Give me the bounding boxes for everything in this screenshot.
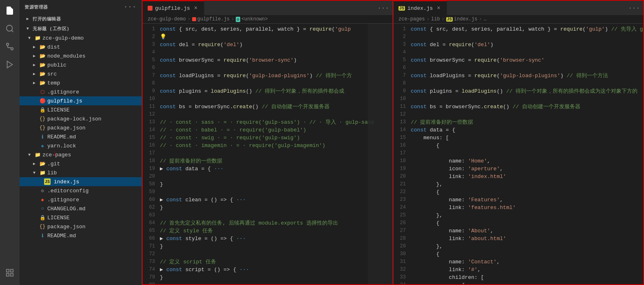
left-breadcrumb-sep2: › <box>231 16 234 22</box>
files-icon[interactable] <box>2 3 17 18</box>
open-editors-section[interactable]: ▶ 打开的编辑器 <box>20 14 142 24</box>
file-readme1[interactable]: ℹ README.md <box>20 132 142 141</box>
svg-rect-5 <box>7 269 9 272</box>
activity-bar <box>0 0 20 285</box>
right-tab-label: index.js <box>407 5 433 11</box>
sidebar-menu-icon[interactable]: ··· <box>124 3 137 11</box>
package1-icon: {} <box>39 125 46 131</box>
debug-icon[interactable] <box>2 57 17 72</box>
sidebar-title: 资源管理器 <box>24 4 48 10</box>
folder-temp[interactable]: ▶ 📂 temp <box>20 78 142 87</box>
svg-rect-6 <box>11 269 13 272</box>
folder-zce-pages[interactable]: ▼ 📁 zce-pages <box>20 150 142 159</box>
temp-arrow: ▶ <box>31 80 38 86</box>
file-gitignore2[interactable]: ◆ .gitignore <box>20 195 142 204</box>
file-license2-label: LICENSE <box>47 215 70 221</box>
right-active-tab[interactable]: JS index.js × <box>394 1 447 15</box>
file-yarnlock[interactable]: ◈ yarn.lock <box>20 141 142 150</box>
left-editor-pane: gulpfile.js × ··· zce-gulp-demo › gulpfi… <box>142 0 393 285</box>
file-yarnlock-label: yarn.lock <box>47 143 76 149</box>
code-line-18: 18 // 提前准备好的一些数据 <box>143 157 392 165</box>
search-icon[interactable] <box>2 21 17 36</box>
sidebar: 资源管理器 ··· ▶ 打开的编辑器 ▼ 无标题 (工作区) ▼ 📁 zce-g… <box>20 0 142 285</box>
lib-arrow: ▼ <box>31 169 38 176</box>
file-changelog[interactable]: ○ CHANGELOG.md <box>20 204 142 213</box>
git-icon-2: ◆ <box>39 196 46 203</box>
code-line-19: 19 ▶ const data = { ··· <box>143 165 392 173</box>
right-code-line-25: 25 }, <box>394 212 643 219</box>
source-control-icon[interactable] <box>2 39 17 54</box>
code-line-64: 64 // 首先先定义私有的任务, 后续再通过 module.exports 选… <box>143 219 392 227</box>
right-breadcrumb-ellipsis: … <box>484 16 487 22</box>
right-code-line-23: 23 name: 'Features', <box>394 196 643 204</box>
folder-lib[interactable]: ▼ 📁 lib <box>20 168 142 177</box>
code-line-8: 8 <box>143 80 392 87</box>
folder-git2[interactable]: ▶ 📂 .git <box>20 159 142 168</box>
code-line-63: 63 <box>143 212 392 219</box>
breadcrumb-js-icon: JS <box>446 17 453 22</box>
left-code-area[interactable]: 1 const { src, dest, series, parallel, w… <box>143 24 392 284</box>
file-package-lock[interactable]: {} package-lock.json <box>20 114 142 123</box>
file-gulpfile[interactable]: 🔴 gulpfile.js <box>20 96 142 105</box>
zce-pages-arrow: ▼ <box>26 151 33 158</box>
code-line-12: 12 <box>143 111 392 118</box>
folder-src[interactable]: ▶ 📂 src <box>20 69 142 78</box>
right-code-line-10: 10 <box>394 95 643 103</box>
right-breadcrumb-sep1: › <box>427 16 429 22</box>
changelog-icon: ○ <box>39 205 46 212</box>
left-tab-close[interactable]: × <box>193 5 199 11</box>
right-code-line-30: 30 { <box>394 250 643 258</box>
editorconfig-icon: ⚙ <box>39 187 46 194</box>
right-breadcrumb-part3: JS index.js <box>446 16 478 22</box>
file-gulpfile-label: gulpfile.js <box>47 98 82 104</box>
right-code-line-17: 17 <box>394 149 643 157</box>
folder-node-modules[interactable]: ▶ 📂 node_modules <box>20 51 142 60</box>
right-code-area[interactable]: 1 const { src, dest, series, parallel, w… <box>394 24 643 284</box>
file-gitignore1[interactable]: ⬡ .gitignore <box>20 87 142 96</box>
folder-git2-icon: 📂 <box>39 160 46 167</box>
file-gitignore1-label: .gitignore <box>47 89 79 95</box>
left-active-tab[interactable]: gulpfile.js × <box>143 1 204 15</box>
file-editorconfig[interactable]: ⚙ .editorconfig <box>20 186 142 195</box>
left-tab-more[interactable]: ··· <box>374 4 392 12</box>
right-breadcrumb-part2: lib <box>431 16 440 22</box>
file-license2[interactable]: 🔒 LICENSE <box>20 213 142 222</box>
code-line-16: 16 // · const · imagemin · = · require('… <box>143 142 392 149</box>
code-line-10: 10 <box>143 95 392 103</box>
file-license1-label: LICENSE <box>47 107 70 113</box>
right-code-line-6: 6 <box>394 64 643 72</box>
folder-src-label: src <box>47 71 57 77</box>
right-code-line-16: 16 { <box>394 142 643 149</box>
folder-dist[interactable]: ▶ 📂 dist <box>20 42 142 51</box>
gulpfile-tab-icon <box>148 6 153 11</box>
code-line-66: 66 ▶ const style = () => { ··· <box>143 235 392 243</box>
right-code-line-13: 13 // 提前准备好的一些数据 <box>394 118 643 126</box>
file-package2[interactable]: {} package.json <box>20 222 142 231</box>
breadcrumb-gulpfile-icon <box>192 17 196 21</box>
left-breadcrumb-unknown: <unknown> <box>241 16 268 22</box>
right-code-lines: 1 const { src, dest, series, parallel, w… <box>394 25 643 284</box>
right-breadcrumb: zce-pages › lib › JS index.js › … <box>394 15 643 24</box>
file-indexjs[interactable]: JS index.js <box>20 177 142 186</box>
main-content: gulpfile.js × ··· zce-gulp-demo › gulpfi… <box>142 0 644 285</box>
file-readme2[interactable]: ℹ README.md <box>20 231 142 240</box>
folder-public[interactable]: ▶ 📂 public <box>20 60 142 69</box>
zce-gulp-demo-arrow: ▼ <box>26 35 33 41</box>
package-lock-icon: {} <box>39 116 46 122</box>
right-code-line-26: 26 { <box>394 219 643 227</box>
extensions-icon[interactable] <box>2 265 17 280</box>
folder-zce-gulp-demo[interactable]: ▼ 📁 zce-gulp-demo <box>20 33 142 42</box>
left-breadcrumb-file: gulpfile.js <box>197 16 230 22</box>
file-editorconfig-label: .editorconfig <box>47 188 89 194</box>
code-line-79: 79 } <box>143 274 392 281</box>
folder-git2-label: .git <box>47 161 60 167</box>
code-line-74: 74 ▶ const script = () => { ··· <box>143 266 392 274</box>
right-tab-close[interactable]: × <box>435 5 442 11</box>
file-license1[interactable]: 🔒 LICENSE <box>20 105 142 114</box>
right-code-line-12: 12 <box>394 111 643 118</box>
workspace-section[interactable]: ▼ 无标题 (工作区) <box>20 24 142 33</box>
right-tab-more[interactable]: ··· <box>625 4 643 12</box>
code-line-20: 20 <box>143 173 392 180</box>
file-package1[interactable]: {} package.json <box>20 123 142 132</box>
folder-zce-gulp-demo-label: zce-gulp-demo <box>42 35 84 41</box>
